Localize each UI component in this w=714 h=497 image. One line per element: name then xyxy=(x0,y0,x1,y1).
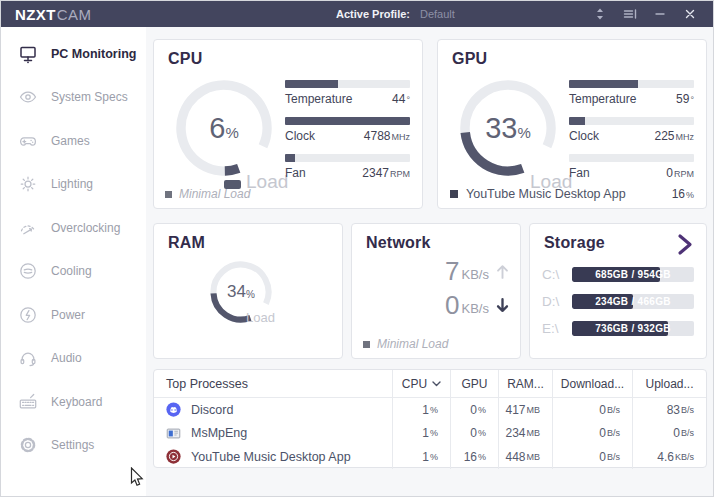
gpu-top-app-name: YouTube Music Desktop App xyxy=(466,187,664,201)
drive-label: D:\ xyxy=(542,294,572,309)
active-profile-value: Default xyxy=(420,8,455,20)
status-square-icon xyxy=(165,191,172,198)
process-row-msmpeng: MsMpEng1%0%234MB0B/s0B/s xyxy=(154,422,706,446)
cpu-metrics: Temperature44°Clock4788MHzFan2347RPM xyxy=(285,80,410,191)
table-body: Discord1%0%417MB0B/s83B/sMsMpEng1%0%234M… xyxy=(154,398,706,469)
ram-load-unit: % xyxy=(246,289,255,300)
sidebar-item-overclocking[interactable]: Overclocking xyxy=(1,206,146,250)
active-profile: Active Profile: Default xyxy=(336,1,455,27)
drive-e: E:\736GB / 932GB xyxy=(542,321,694,336)
keyboard-icon xyxy=(18,392,38,412)
process-gpu: 16% xyxy=(450,445,498,469)
metric-value: 59° xyxy=(676,92,694,106)
logo-secondary: CAM xyxy=(57,6,92,23)
cpu-status: Minimal Load xyxy=(165,187,250,201)
sidebar-item-label: Games xyxy=(51,134,90,148)
column-header-cpu[interactable]: CPU xyxy=(392,370,450,397)
active-profile-label: Active Profile: xyxy=(336,8,410,20)
metric-temperature: Temperature44° xyxy=(285,80,410,107)
metric-value: 225MHz xyxy=(654,129,694,143)
drive-d: D:\234GB / 466GB xyxy=(542,294,694,309)
top-processes-title: Top Processes xyxy=(154,370,392,397)
process-download: 0B/s xyxy=(552,445,632,469)
minimize-icon[interactable] xyxy=(645,1,675,27)
top-processes-table: Top Processes CPUGPURAM...Download...Upl… xyxy=(153,369,707,468)
storage-drives: C:\685GB / 954GBD:\234GB / 466GBE:\736GB… xyxy=(542,267,694,348)
process-ram: 234MB xyxy=(498,422,552,446)
network-status: Minimal Load xyxy=(363,337,448,351)
network-rates: 7 KB/s 0 KB/s xyxy=(445,256,511,321)
process-cpu: 1% xyxy=(392,398,450,422)
process-cpu: 1% xyxy=(392,445,450,469)
ram-load-label: Load xyxy=(246,310,275,325)
sidebar-item-pc-monitoring[interactable]: PC Monitoring xyxy=(1,32,146,76)
sidebar-item-system-specs[interactable]: System Specs xyxy=(1,76,146,120)
ram-card-title: RAM xyxy=(168,234,205,252)
process-download: 0B/s xyxy=(552,422,632,446)
upload-value: 7 xyxy=(445,256,459,287)
drive-usage-text: 736GB / 932GB xyxy=(572,321,694,336)
cpu-status-text: Minimal Load xyxy=(179,187,250,201)
metric-label: Clock xyxy=(285,129,315,143)
logo-primary: NZXT xyxy=(15,6,56,23)
fan-icon xyxy=(18,261,38,281)
profile-selector-icon[interactable] xyxy=(585,1,615,27)
process-row-youtube-music-desktop-app: YouTube Music Desktop App1%16%448MB0B/s4… xyxy=(154,445,706,469)
network-card: Network 7 KB/s 0 KB/s Minimal Load xyxy=(351,223,521,359)
sidebar-item-audio[interactable]: Audio xyxy=(1,337,146,381)
close-icon[interactable] xyxy=(675,1,705,27)
metric-fan: Fan2347RPM xyxy=(285,154,410,181)
sidebar-item-keyboard[interactable]: Keyboard xyxy=(1,380,146,424)
chevron-down-icon xyxy=(432,381,441,387)
status-square-icon xyxy=(363,341,370,348)
metric-bar xyxy=(569,154,694,162)
main-content: CPU 6% Load Temperature44°Clock4788MHzFa… xyxy=(146,27,713,496)
download-value: 0 xyxy=(445,290,459,321)
sidebar-item-cooling[interactable]: Cooling xyxy=(1,250,146,294)
metric-label: Fan xyxy=(569,166,590,180)
sidebar-item-settings[interactable]: Settings xyxy=(1,424,146,468)
storage-card-title: Storage xyxy=(544,234,605,252)
process-gpu: 0% xyxy=(450,422,498,446)
gamepad-icon xyxy=(18,131,38,151)
storage-card: Storage C:\685GB / 954GBD:\234GB / 466GB… xyxy=(529,223,707,359)
network-card-title: Network xyxy=(366,234,431,252)
ram-load-value: 34 xyxy=(227,282,246,302)
table-header: Top Processes CPUGPURAM...Download...Upl… xyxy=(154,370,706,398)
download-unit: KB/s xyxy=(462,301,489,316)
metric-fan: Fan0RPM xyxy=(569,154,694,181)
cpu-load-value: 6 xyxy=(209,112,225,145)
nzxt-cam-window: NZXTCAM Active Profile: Default PC Monit… xyxy=(0,0,714,497)
network-status-text: Minimal Load xyxy=(377,337,448,351)
sidebar: PC MonitoringSystem SpecsGamesLightingOv… xyxy=(1,27,146,496)
sidebar-item-label: System Specs xyxy=(51,90,128,104)
sidebar-item-games[interactable]: Games xyxy=(1,119,146,163)
gpu-load-gauge: 33% xyxy=(458,78,558,178)
drive-usage-text: 234GB / 466GB xyxy=(572,294,694,309)
network-upload-row: 7 KB/s xyxy=(445,256,511,287)
drive-usage-text: 685GB / 954GB xyxy=(572,267,694,282)
process-upload: 0B/s xyxy=(632,422,706,446)
process-gpu: 0% xyxy=(450,398,498,422)
process-cpu: 1% xyxy=(392,422,450,446)
gpu-card: GPU 33% Load Temperature59°Clock225MHzFa… xyxy=(437,39,707,209)
sidebar-item-label: Cooling xyxy=(51,264,92,278)
sidebar-item-label: Lighting xyxy=(51,177,93,191)
sidebar-item-label: Audio xyxy=(51,351,82,365)
drive-c: C:\685GB / 954GB xyxy=(542,267,694,282)
sidebar-item-power[interactable]: Power xyxy=(1,293,146,337)
sidebar-item-label: Power xyxy=(51,308,85,322)
side-panel-icon[interactable] xyxy=(615,1,645,27)
network-download-row: 0 KB/s xyxy=(445,290,511,321)
metric-label: Temperature xyxy=(285,92,352,106)
metric-value: 2347RPM xyxy=(362,166,410,180)
sidebar-item-label: Settings xyxy=(51,438,94,452)
column-header-ram: RAM... xyxy=(498,370,552,397)
metric-bar xyxy=(569,80,694,88)
gpu-card-title: GPU xyxy=(452,50,487,68)
chevron-right-icon[interactable] xyxy=(675,233,695,256)
metric-clock: Clock4788MHz xyxy=(285,117,410,144)
metric-bar xyxy=(285,154,410,162)
sidebar-item-lighting[interactable]: Lighting xyxy=(1,163,146,207)
headset-icon xyxy=(18,348,38,368)
